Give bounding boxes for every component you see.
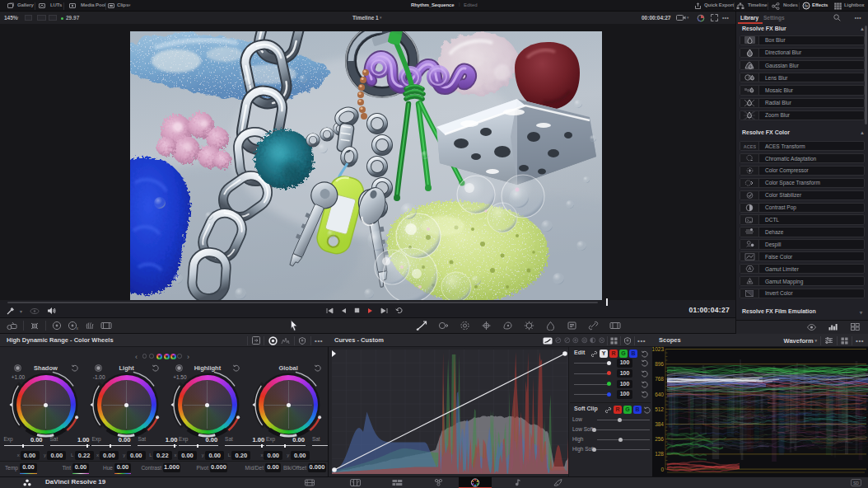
svg-text:ACES: ACES: [744, 144, 756, 149]
svg-text:512: 512: [655, 406, 664, 412]
svg-text:0: 0: [660, 467, 664, 472]
svg-text:256: 256: [655, 436, 664, 442]
svg-text:1023: 1023: [652, 347, 664, 352]
svg-text:128: 128: [655, 451, 664, 457]
svg-text:768: 768: [655, 376, 664, 382]
svg-text:x: x: [77, 326, 79, 331]
svg-text:fx: fx: [805, 3, 808, 8]
svg-text:896: 896: [655, 361, 664, 367]
svg-text:640: 640: [655, 392, 664, 397]
svg-text:384: 384: [655, 421, 664, 427]
